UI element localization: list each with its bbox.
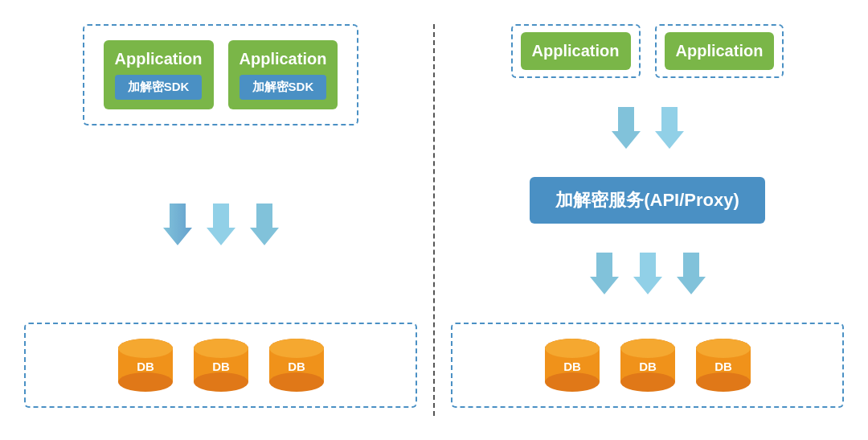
svg-marker-21 [633, 253, 662, 294]
right-app1-label: Application [532, 42, 620, 60]
left-sdk2: 加解密SDK [240, 75, 327, 100]
service-box: 加解密服务(API/Proxy) [530, 177, 765, 224]
svg-marker-20 [590, 253, 619, 294]
left-db-1: DB [113, 337, 178, 393]
right-panel: Application Application 加解密服务(API/Proxy) [435, 16, 860, 424]
left-db-3: DB [264, 337, 329, 393]
right-app-box-2: Application [665, 32, 775, 70]
left-app2-label: Application [240, 50, 327, 68]
left-top-section: Application 加解密SDK Application 加解密SDK [24, 24, 417, 125]
right-app2-label: Application [676, 42, 764, 60]
right-arrow-4 [633, 253, 662, 294]
svg-point-10 [194, 372, 248, 392]
svg-point-26 [545, 339, 600, 358]
right-middle-section: 加解密服务(API/Proxy) [451, 177, 844, 224]
left-arrow-3 [250, 204, 279, 245]
svg-marker-0 [163, 204, 192, 245]
left-sdk1: 加解密SDK [115, 75, 203, 100]
svg-text:DB: DB [639, 360, 657, 373]
svg-text:DB: DB [563, 360, 581, 373]
svg-point-16 [269, 339, 324, 358]
svg-text:DB: DB [288, 360, 305, 373]
svg-point-31 [620, 339, 675, 358]
right-db-3: DB [691, 337, 755, 393]
svg-point-15 [269, 372, 324, 392]
right-arrow-2 [655, 107, 684, 149]
right-db-1: DB [540, 337, 604, 393]
svg-text:DB: DB [714, 360, 732, 373]
left-arrows [24, 204, 417, 245]
svg-marker-18 [612, 107, 641, 149]
right-top-arrows [451, 107, 844, 149]
right-arrow-3 [590, 253, 619, 294]
svg-point-25 [545, 372, 600, 392]
svg-point-5 [118, 372, 173, 392]
right-db-wrapper: DB DB DB [451, 323, 844, 408]
left-db-2: DB [189, 337, 253, 393]
left-app-box-2: Application 加解密SDK [228, 40, 338, 109]
left-apps-dashed-box: Application 加解密SDK Application 加解密SDK [83, 24, 359, 125]
svg-text:DB: DB [137, 360, 154, 373]
svg-marker-19 [655, 107, 684, 149]
right-top-section: Application Application [511, 24, 784, 78]
svg-marker-1 [207, 204, 235, 245]
svg-point-11 [194, 339, 248, 358]
right-arrow-5 [677, 253, 706, 294]
left-arrow-1 [163, 204, 192, 245]
svg-marker-2 [250, 204, 279, 245]
left-arrow-2 [207, 204, 235, 245]
left-panel: Application 加解密SDK Application 加解密SDK [8, 16, 433, 424]
svg-text:DB: DB [212, 360, 230, 373]
svg-point-36 [696, 339, 751, 358]
svg-marker-22 [677, 253, 706, 294]
right-arrow-1 [612, 107, 641, 149]
svg-point-6 [118, 339, 173, 358]
right-bottom-arrows [451, 253, 844, 294]
left-app-box-1: Application 加解密SDK [104, 40, 214, 109]
svg-point-35 [696, 372, 751, 392]
right-db-2: DB [616, 337, 680, 393]
right-app-box-1: Application [521, 32, 631, 70]
right-app-dashed-1: Application [511, 24, 641, 78]
left-app1-label: Application [115, 50, 203, 68]
left-db-wrapper: DB DB DB [24, 323, 417, 408]
right-app-dashed-2: Application [655, 24, 784, 78]
svg-point-30 [620, 372, 675, 392]
main-container: Application 加解密SDK Application 加解密SDK [0, 0, 868, 440]
